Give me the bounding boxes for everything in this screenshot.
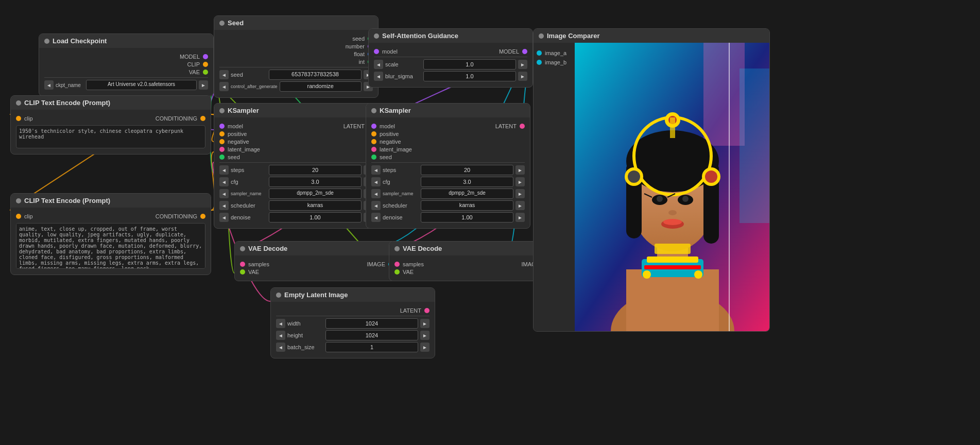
sag-blur-value[interactable] xyxy=(423,71,516,81)
sag-blur-prev[interactable]: ◄ xyxy=(374,72,383,81)
ks2-cfg-value[interactable] xyxy=(421,177,513,187)
clip-dot[interactable] xyxy=(203,62,208,67)
sag-scale-prev[interactable]: ◄ xyxy=(374,60,383,69)
model-dot[interactable] xyxy=(203,54,208,59)
ks1-scheduler-prev[interactable]: ◄ xyxy=(219,201,229,210)
ks1-latentimage-label: latent_image xyxy=(228,146,260,152)
image-comparer-body: image_a image_b xyxy=(534,43,769,331)
vd1-vae-dot[interactable] xyxy=(240,269,245,275)
sag-model-dot[interactable] xyxy=(374,49,379,54)
sag-model-input: model xyxy=(374,48,398,55)
ks1-steps-value[interactable] xyxy=(269,165,362,175)
ks1-seed-dot[interactable] xyxy=(219,155,225,160)
ckpt-next-btn[interactable]: ► xyxy=(199,80,208,90)
el-batch-prev[interactable]: ◄ xyxy=(276,343,285,352)
sag-scale-next[interactable]: ► xyxy=(518,60,527,69)
ks1-latentimage-dot[interactable] xyxy=(219,147,225,152)
image-b-input: image_b xyxy=(537,59,572,65)
ks2-cfg-next[interactable]: ► xyxy=(515,177,525,186)
ks2-scheduler-prev[interactable]: ◄ xyxy=(371,201,381,210)
sag-model-out-dot[interactable] xyxy=(522,49,527,54)
ks1-steps-label: steps xyxy=(231,167,267,173)
ks2-steps-prev[interactable]: ◄ xyxy=(371,165,381,175)
el-width-prev[interactable]: ◄ xyxy=(276,319,285,328)
ks2-latentimage-dot[interactable] xyxy=(371,147,376,152)
control-value[interactable]: randomize xyxy=(280,81,362,92)
ks1-scheduler-value[interactable]: karras xyxy=(269,200,362,211)
ks1-sampler-value[interactable]: dpmpp_2m_sde xyxy=(269,189,362,199)
ks2-denoise-value[interactable] xyxy=(421,212,513,222)
ckpt-value[interactable]: Art Universe v2.0.safetensors xyxy=(86,80,197,90)
image-b-dot[interactable] xyxy=(537,60,542,65)
el-batch-value[interactable] xyxy=(325,342,418,352)
ks2-model-dot[interactable] xyxy=(371,124,376,129)
conditioning-negative-dot[interactable] xyxy=(200,214,205,219)
el-height-next[interactable]: ► xyxy=(420,331,429,340)
vd2-samples-dot[interactable] xyxy=(394,262,400,267)
el-height-value[interactable] xyxy=(325,330,418,340)
ks1-negative-dot[interactable] xyxy=(219,139,225,144)
ks2-seed-dot[interactable] xyxy=(371,155,376,160)
sag-model-row: model MODEL xyxy=(374,48,527,55)
ks2-sampler-prev[interactable]: ◄ xyxy=(371,189,381,198)
seed-prev-btn[interactable]: ◄ xyxy=(219,70,229,79)
sag-scale-value[interactable] xyxy=(423,59,516,70)
el-batch-next[interactable]: ► xyxy=(420,343,429,352)
ks2-steps-next[interactable]: ► xyxy=(515,165,525,175)
ks2-model-label: model xyxy=(380,123,395,129)
ks1-sampler-prev[interactable]: ◄ xyxy=(219,189,229,198)
ks1-denoise-prev[interactable]: ◄ xyxy=(219,213,229,222)
svg-rect-13 xyxy=(634,161,711,182)
ks1-cfg-value[interactable] xyxy=(269,177,362,187)
ks1-positive-label: positive xyxy=(228,131,247,137)
ckpt-prev-btn[interactable]: ◄ xyxy=(44,80,54,90)
node-canvas: Load Checkpoint MODEL CLIP VAE xyxy=(0,0,980,445)
ks2-scheduler-next[interactable]: ► xyxy=(515,201,525,210)
ks2-sampler-next[interactable]: ► xyxy=(515,189,525,198)
empty-latent-header: Empty Latent Image xyxy=(271,288,435,302)
clip-positive-in-dot[interactable] xyxy=(16,116,21,121)
ks1-steps-prev[interactable]: ◄ xyxy=(219,165,229,175)
el-width-next[interactable]: ► xyxy=(420,319,429,328)
ks2-scheduler-value[interactable]: karras xyxy=(421,200,513,211)
image-a-dot[interactable] xyxy=(537,50,542,56)
ks1-cfg-row: ◄ cfg ► xyxy=(219,177,373,187)
ks2-cfg-prev[interactable]: ◄ xyxy=(371,177,381,186)
el-latent-label: LATENT xyxy=(400,307,421,314)
vd2-vae-dot[interactable] xyxy=(394,269,400,275)
svg-point-24 xyxy=(657,196,663,202)
ks2-negative-dot[interactable] xyxy=(371,139,376,144)
ks2-denoise-prev[interactable]: ◄ xyxy=(371,213,381,222)
ks2-steps-value[interactable] xyxy=(421,165,513,175)
el-latent-dot[interactable] xyxy=(424,308,429,313)
clip-negative-in-dot[interactable] xyxy=(16,214,21,219)
ks2-model-input: model xyxy=(371,123,395,129)
vd1-image-label: IMAGE xyxy=(367,261,385,267)
control-prev-btn[interactable]: ◄ xyxy=(219,82,229,91)
positive-prompt-text[interactable]: 1950's technicolor style, chinese cleopa… xyxy=(16,125,205,148)
sag-blur-next[interactable]: ► xyxy=(518,72,527,81)
ks1-model-dot[interactable] xyxy=(219,124,225,129)
ks2-positive-dot[interactable] xyxy=(371,131,376,136)
negative-prompt-text[interactable]: anime, text, close up, cropped, out of f… xyxy=(16,223,205,269)
ks1-positive-dot[interactable] xyxy=(219,131,225,136)
seed-field-value[interactable]: 653783737832538 xyxy=(269,70,362,80)
ks2-latent-dot[interactable] xyxy=(520,124,525,129)
image-display xyxy=(575,43,769,331)
vae-dot[interactable] xyxy=(203,70,208,75)
vd1-samples-dot[interactable] xyxy=(240,262,245,267)
svg-rect-7 xyxy=(647,256,698,263)
conditioning-positive-dot[interactable] xyxy=(200,116,205,121)
ks1-denoise-value[interactable] xyxy=(269,212,362,222)
svg-point-28 xyxy=(663,219,682,225)
ks1-cfg-prev[interactable]: ◄ xyxy=(219,177,229,186)
el-latent-output: LATENT xyxy=(400,307,429,314)
ks2-sampler-value[interactable]: dpmpp_2m_sde xyxy=(421,189,513,199)
ks2-denoise-next[interactable]: ► xyxy=(515,213,525,222)
svg-point-31 xyxy=(694,270,702,279)
el-height-prev[interactable]: ◄ xyxy=(276,331,285,340)
control-label: control_after_generate xyxy=(231,84,278,89)
clip-output-row: CLIP xyxy=(44,61,208,67)
el-batch-label: batch_size xyxy=(287,344,323,350)
el-width-value[interactable] xyxy=(325,318,418,329)
